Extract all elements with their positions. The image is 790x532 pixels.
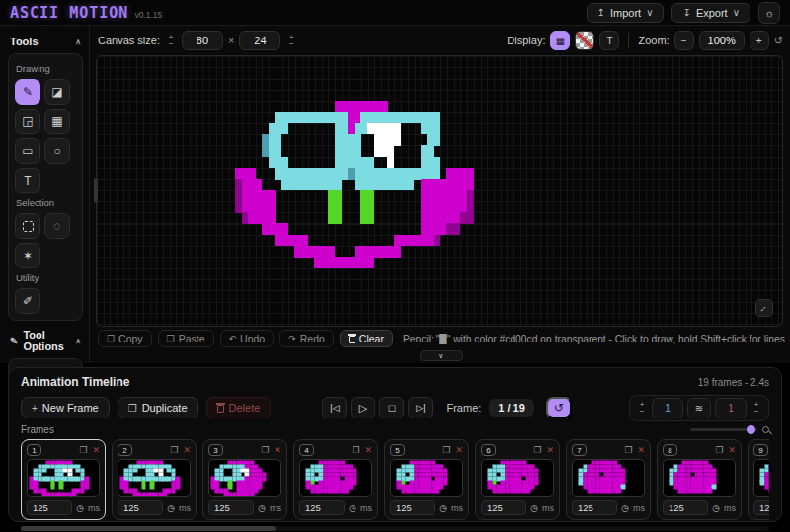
panel-drag-handle[interactable] [94,178,98,203]
delete-frame-button[interactable]: Delete [206,397,272,418]
toggle-grid-button[interactable]: ▦ [550,31,570,50]
paste-button[interactable]: ❒Paste [158,330,214,347]
duplicate-frame-icon[interactable]: ❐ [533,445,541,455]
onion-skin-toggle-button[interactable]: ≋ [687,398,711,418]
tool-options-header[interactable]: ✎ Tool Options ∧ [8,321,83,358]
timeline-zoom-slider[interactable] [690,426,769,433]
copy-button[interactable]: ❐Copy [98,330,152,347]
duplicate-frame-icon[interactable]: ❐ [715,445,723,455]
zoom-in-button[interactable]: + [750,31,769,50]
delete-frame-icon[interactable]: ✕ [274,445,281,455]
canvas-height-stepper[interactable]: + − [285,34,297,47]
frame-card[interactable]: 7 ❐ ✕ 125 ◷ ms [566,439,651,520]
duplicate-frame-icon[interactable]: ❐ [79,445,87,455]
duplicate-frame-button[interactable]: ❐Duplicate [118,397,198,418]
frame-duration-input[interactable]: 125 [299,500,345,515]
onion-next-input[interactable]: 1 [715,398,747,418]
lasso-tool-button[interactable]: ◌ [44,213,70,239]
loop-toggle-button[interactable]: ↺ [546,397,572,418]
delete-frame-icon[interactable]: ✕ [183,445,191,455]
canvas-width-stepper[interactable]: + − [165,34,177,47]
clear-button[interactable]: Clear [340,330,393,347]
canvas-height-input[interactable]: 24 [239,31,280,50]
collapse-timeline-button[interactable]: ∨ [420,350,463,361]
slider-thumb[interactable] [747,425,755,434]
frame-card[interactable]: 2 ❐ ✕ 125 ◷ ms [112,439,197,520]
frame-duration-input[interactable]: 125 [27,500,72,515]
delete-frame-icon[interactable]: ✕ [364,445,372,455]
zoom-out-button[interactable]: − [674,31,694,50]
canvas-width-input[interactable]: 80 [182,31,223,50]
rect-select-tool-button[interactable] [15,213,40,239]
magic-wand-tool-button[interactable]: ✶ [15,243,40,268]
eyedropper-icon: ✐ [23,294,33,308]
new-frame-button[interactable]: +New Frame [21,397,110,418]
onion-prev-input[interactable]: 1 [652,398,683,418]
grid-icon: ▦ [556,36,565,46]
tools-section-header[interactable]: Tools ∧ [8,32,83,53]
zoom-value[interactable]: 100% [699,31,745,50]
frame-duration-input[interactable]: 125 [572,500,617,515]
frame-duration-input[interactable]: 125 [390,500,435,515]
delete-frame-icon[interactable]: ✕ [637,445,645,455]
zoom-reset-icon[interactable]: ↺ [774,35,783,47]
pencil-tool-button[interactable]: ✎ [15,79,40,105]
redo-button[interactable]: ↷Redo [279,330,334,347]
rect-fill-tool-button[interactable]: ▦ [44,109,70,134]
plus-icon: + [32,403,38,414]
frames-scrollbar[interactable] [21,526,769,531]
duplicate-frame-icon[interactable]: ❐ [170,445,178,455]
drawing-canvas[interactable]: ↕ [96,55,783,327]
text-tool-button[interactable]: T [15,168,40,193]
frame-number-badge: 8 [663,444,677,456]
frame-duration-input[interactable]: 125 [118,500,163,515]
frame-card[interactable]: 3 ❐ ✕ 125 ◷ ms [202,439,287,520]
frame-duration-input[interactable]: 125 [208,500,254,515]
export-button[interactable]: ↧ Export ∨ [672,3,750,23]
frame-card[interactable]: 9 ❐ ✕ 125 ◷ ms [748,439,769,520]
frame-duration-input[interactable]: 125 [481,500,526,515]
duplicate-frame-icon[interactable]: ❐ [352,445,359,455]
theme-toggle-button[interactable]: ☼ [758,2,780,24]
eyedropper-tool-button[interactable]: ✐ [15,288,40,314]
rect-outline-tool-button[interactable]: ▭ [15,138,40,164]
duplicate-frame-icon[interactable]: ❐ [442,445,450,455]
chevron-down-icon: ∨ [733,7,740,18]
selection-group-label: Selection [16,197,76,208]
delete-frame-icon[interactable]: ✕ [455,445,463,455]
undo-button[interactable]: ↶Undo [220,330,275,347]
scrollbar-thumb[interactable] [21,526,276,531]
delete-frame-icon[interactable]: ✕ [728,445,736,455]
frame-thumbnail [481,459,554,497]
skip-to-start-button[interactable]: |◁ [322,397,347,418]
frame-card[interactable]: 4 ❐ ✕ 125 ◷ ms [293,439,378,520]
duplicate-frame-icon[interactable]: ❐ [624,445,632,455]
ellipse-icon: ○ [53,144,60,158]
delete-frame-icon[interactable]: ✕ [546,445,554,455]
play-icon: ▷ [359,402,367,415]
eraser-tool-button[interactable]: ◪ [44,79,70,105]
fill-tool-button[interactable]: ◲ [15,109,40,134]
skip-to-end-button[interactable]: ▷| [408,397,433,418]
chevron-up-icon: ∧ [75,38,81,46]
canvas-resize-handle[interactable]: ↕ [755,299,773,317]
ellipse-tool-button[interactable]: ○ [44,138,70,164]
import-button[interactable]: ↥ Import ∨ [587,3,665,23]
frame-card[interactable]: 5 ❐ ✕ 125 ◷ ms [384,439,469,520]
toggle-text-button[interactable]: T [599,31,619,50]
frame-thumbnail [753,459,769,497]
layers-icon: ≋ [695,403,703,414]
frame-card[interactable]: 1 ❐ ✕ 125 ◷ ms [21,439,106,520]
toggle-transparency-button[interactable] [575,31,594,50]
slider-track[interactable] [690,428,757,431]
delete-frame-icon[interactable]: ✕ [92,445,100,455]
frame-card[interactable]: 8 ❐ ✕ 125 ◷ ms [657,439,742,520]
duplicate-frame-icon[interactable]: ❐ [261,445,269,455]
onion-next-stepper[interactable]: +− [750,401,762,415]
frame-duration-input[interactable]: 125 [663,500,708,515]
play-button[interactable]: ▷ [351,397,375,418]
stop-button[interactable]: □ [379,397,404,418]
frame-duration-input[interactable]: 125 [753,500,769,515]
frame-card[interactable]: 6 ❐ ✕ 125 ◷ ms [475,439,560,520]
onion-prev-stepper[interactable]: +− [636,401,648,415]
